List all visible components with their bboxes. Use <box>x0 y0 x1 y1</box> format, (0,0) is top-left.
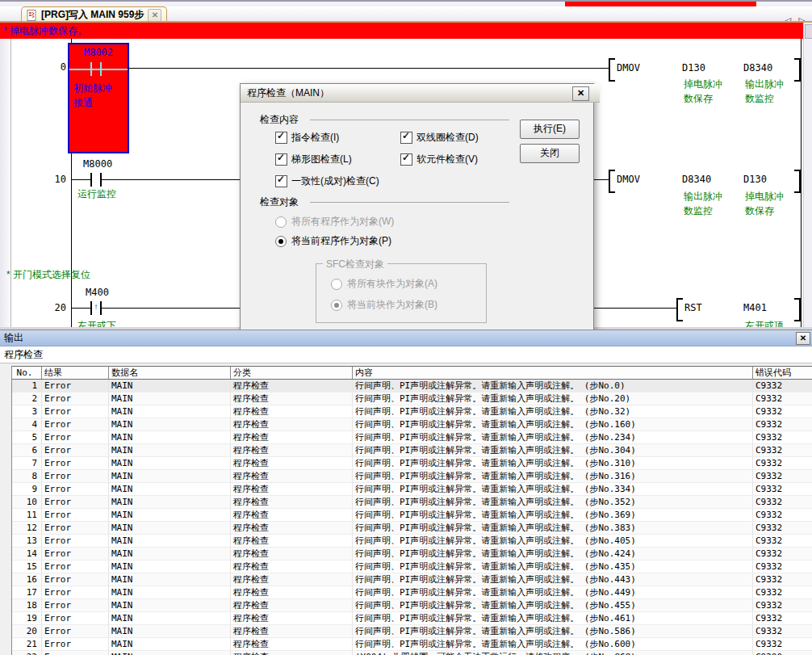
cell-errorcode: C9332 <box>753 625 812 637</box>
instruction-bracket-left <box>676 298 683 321</box>
execute-button[interactable]: 执行(E) <box>520 120 580 139</box>
cell-category: 程序检查 <box>231 496 353 508</box>
table-row[interactable]: 16 Error MAIN 程序检查 行间声明、PI声明或注解异常。请重新输入声… <box>12 573 812 586</box>
col-header-category[interactable]: 分类 <box>231 367 353 379</box>
contact-device-label[interactable]: M400 <box>86 287 109 298</box>
col-header-result[interactable]: 结果 <box>42 367 109 379</box>
checkbox-ladder-check[interactable]: ✓ 梯形图检查(L) <box>275 153 352 166</box>
table-row[interactable]: 21 Error MAIN 程序检查 行间声明、PI声明或注解异常。请重新输入声… <box>12 638 812 651</box>
rising-edge-icon: ↑ <box>90 302 102 311</box>
rung-step-number: 20 <box>32 302 66 313</box>
table-row[interactable]: 2 Error MAIN 程序检查 行间声明、PI声明或注解异常。请重新输入声明… <box>12 393 812 405</box>
device-comment: 输出脉冲 <box>745 78 784 91</box>
cell-content: 行间声明、PI声明或注解异常。请重新输入声明或注解。 (步No.310) <box>353 457 753 469</box>
instruction-operand[interactable]: D130 <box>743 174 767 185</box>
ladder-cursor-selection[interactable]: M8002 初始脉冲 接通 <box>68 43 129 153</box>
cell-errorcode: C9332 <box>753 405 812 418</box>
table-row[interactable]: 20 Error MAIN 程序检查 行间声明、PI声明或注解异常。请重新输入声… <box>12 625 812 638</box>
table-row[interactable]: 1 Error MAIN 程序检查 行间声明、PI声明或注解异常。请重新输入声明… <box>12 380 812 393</box>
cell-category: 程序检查 <box>231 483 353 495</box>
cell-errorcode: C9332 <box>753 535 812 547</box>
group-separator-line <box>310 120 509 120</box>
instruction-operand[interactable]: D130 <box>682 62 705 73</box>
table-row[interactable]: 9 Error MAIN 程序检查 行间声明、PI声明或注解异常。请重新输入声明… <box>12 483 812 496</box>
error-table: No. 结果 数据名 分类 内容 错误代码 1 Error MAIN 程序检查 … <box>11 366 812 655</box>
rung-wire <box>71 308 90 309</box>
cell-result: Error <box>42 380 109 392</box>
device-comment: 数监控 <box>684 204 713 218</box>
rung-wire <box>128 68 609 69</box>
instruction-bracket-right <box>794 170 801 193</box>
table-row[interactable]: 4 Error MAIN 程序检查 行间声明、PI声明或注解异常。请重新输入声明… <box>12 418 812 431</box>
instruction-operand[interactable]: D8340 <box>682 174 711 185</box>
checkbox-consistency-check[interactable]: ✓ 一致性(成对)检查(C) <box>275 174 379 188</box>
checkbox-device-check[interactable]: ✓ 软元件检查(V) <box>400 153 478 166</box>
cell-content: 行间声明、PI声明或注解异常。请重新输入声明或注解。 (步No.435) <box>353 561 753 573</box>
checkbox-instruction-check[interactable]: ✓ 指令检查(I) <box>275 131 339 145</box>
table-row[interactable]: 19 Error MAIN 程序检查 行间声明、PI声明或注解异常。请重新输入声… <box>12 612 812 625</box>
table-row[interactable]: 6 Error MAIN 程序检查 行间声明、PI声明或注解异常。请重新输入声明… <box>12 444 812 457</box>
cell-category: 程序检查 <box>231 457 353 469</box>
cell-content: 行间声明、PI声明或注解异常。请重新输入声明或注解。 (步No.369) <box>353 509 753 521</box>
output-panel-titlebar[interactable]: 输出 <box>0 330 812 346</box>
device-comment: 数保存 <box>684 92 713 106</box>
table-row[interactable]: 10 Error MAIN 程序检查 行间声明、PI声明或注解异常。请重新输入声… <box>12 496 812 509</box>
cell-content: 行间声明、PI声明或注解异常。请重新输入声明或注解。 (步No.160) <box>353 418 753 430</box>
cell-dataname: MAIN <box>109 457 231 469</box>
error-table-body: 1 Error MAIN 程序检查 行间声明、PI声明或注解异常。请重新输入声明… <box>12 380 812 655</box>
table-row[interactable]: 8 Error MAIN 程序检查 行间声明、PI声明或注解异常。请重新输入声明… <box>12 470 812 483</box>
cell-content: 行间声明、PI声明或注解异常。请重新输入声明或注解。 (步No.424) <box>353 548 753 560</box>
instruction-op[interactable]: DMOV <box>617 174 640 185</box>
table-row[interactable]: 7 Error MAIN 程序检查 行间声明、PI声明或注解异常。请重新输入声明… <box>12 457 812 470</box>
cell-no: 5 <box>12 431 42 443</box>
col-header-dataname[interactable]: 数据名 <box>109 367 231 379</box>
cell-dataname: MAIN <box>109 586 231 598</box>
table-row[interactable]: 17 Error MAIN 程序检查 行间声明、PI声明或注解异常。请重新输入声… <box>12 586 812 599</box>
cell-no: 10 <box>12 496 42 508</box>
cell-errorcode: C9332 <box>753 470 812 482</box>
checkbox-box[interactable]: ✓ <box>275 132 287 144</box>
tab-close-icon[interactable]: ✕ <box>148 9 161 22</box>
contact-wire <box>69 69 128 70</box>
contact-device-label[interactable]: M8000 <box>83 158 112 170</box>
col-header-errorcode[interactable]: 错误代码 <box>753 367 812 379</box>
checkbox-box[interactable]: ✓ <box>400 132 412 144</box>
output-close-icon[interactable]: ✕ <box>796 332 810 345</box>
instruction-op[interactable]: RST <box>684 302 702 313</box>
col-header-content[interactable]: 内容 <box>353 367 753 379</box>
cell-no: 8 <box>12 470 42 482</box>
device-comment: 接通 <box>73 96 93 110</box>
table-row[interactable]: 12 Error MAIN 程序检查 行间声明、PI声明或注解异常。请重新输入声… <box>12 522 812 535</box>
table-row[interactable]: 13 Error MAIN 程序检查 行间声明、PI声明或注解异常。请重新输入声… <box>12 535 812 548</box>
table-row[interactable]: 11 Error MAIN 程序检查 行间声明、PI声明或注解异常。请重新输入声… <box>12 509 812 522</box>
ladder-vertical-scrollbar[interactable] <box>803 23 812 327</box>
table-row[interactable]: 18 Error MAIN 程序检查 行间声明、PI声明或注解异常。请重新输入声… <box>12 599 812 612</box>
checkbox-box[interactable]: ✓ <box>400 153 412 166</box>
radio-circle[interactable] <box>275 236 287 247</box>
table-row[interactable]: 15 Error MAIN 程序检查 行间声明、PI声明或注解异常。请重新输入声… <box>12 561 812 573</box>
cell-result: Error <box>42 599 109 611</box>
right-power-rail <box>801 39 802 327</box>
table-row[interactable]: 22 Error MAIN 程序检查 'Y004' 为双线圈。可能会无法正常运行… <box>12 651 812 655</box>
close-button[interactable]: 关闭 <box>520 144 580 163</box>
instruction-operand[interactable]: M401 <box>743 302 767 313</box>
col-header-no[interactable]: No. <box>12 367 42 379</box>
device-comment: 数保存 <box>745 204 774 218</box>
checkbox-box[interactable]: ✓ <box>275 175 287 187</box>
table-row[interactable]: 14 Error MAIN 程序检查 行间声明、PI声明或注解异常。请重新输入声… <box>12 548 812 561</box>
dialog-close-icon[interactable]: ✕ <box>572 86 589 101</box>
instruction-op[interactable]: DMOV <box>617 62 640 73</box>
radio-current-program[interactable]: 将当前程序作为对象(P) <box>275 234 391 248</box>
checkbox-box[interactable]: ✓ <box>275 153 287 166</box>
cell-content: 行间声明、PI声明或注解异常。请重新输入声明或注解。 (步No.455) <box>353 599 753 611</box>
table-row[interactable]: 5 Error MAIN 程序检查 行间声明、PI声明或注解异常。请重新输入声明… <box>12 431 812 444</box>
tab-prg-main[interactable]: [PRG]写入 MAIN 959步 ✕ <box>21 6 167 22</box>
instruction-operand[interactable]: D8340 <box>743 62 772 73</box>
cell-result: Error <box>42 548 109 560</box>
cell-dataname: MAIN <box>109 561 231 573</box>
dialog-titlebar[interactable]: 程序检查（MAIN） <box>241 84 600 103</box>
scrollbar-thumb[interactable] <box>805 24 812 39</box>
table-row[interactable]: 3 Error MAIN 程序检查 行间声明、PI声明或注解异常。请重新输入声明… <box>12 405 812 418</box>
checkbox-double-coil-check[interactable]: ✓ 双线圈检查(D) <box>400 131 479 145</box>
checkbox-label: 一致性(成对)检查(C) <box>291 174 379 188</box>
